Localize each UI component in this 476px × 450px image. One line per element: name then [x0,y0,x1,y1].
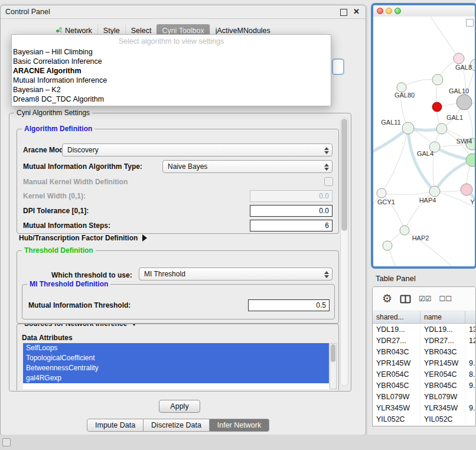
table-cell[interactable] [465,413,475,425]
table-cell[interactable]: YBR045C [373,380,420,391]
table-cell[interactable]: YDL19... [373,324,420,335]
deselect-all-checks-icon[interactable]: ☐☐ [439,295,452,303]
network-icon [56,27,63,35]
column-header-shared[interactable]: shared... [373,311,420,323]
table-cell[interactable]: 9. [465,380,475,391]
attribute-item-topologicalcoefficient[interactable]: TopologicalCoefficient [23,353,329,363]
graph-node[interactable] [400,226,409,235]
table-row[interactable]: YLR345WYLR345W9. [373,402,475,413]
table-row[interactable]: YBR043CYBR043C [373,346,475,357]
minimize-traffic-light[interactable] [386,8,392,14]
table-row[interactable]: YDR27...YDR27...12 [373,335,475,346]
table-cell[interactable]: YBR043C [373,346,420,357]
table-cell[interactable] [465,346,475,357]
settings-scrollbar[interactable] [340,117,348,386]
graph-node[interactable] [432,74,443,85]
column-header-name[interactable]: name [420,311,465,323]
table-row[interactable]: YDL19...YDL19...13 [373,324,475,335]
table-cell[interactable]: YBR043C [420,346,465,357]
table-cell[interactable]: YDR27... [373,335,420,346]
scrollbar-thumb[interactable] [341,119,347,231]
attribute-item-gal4rgexp[interactable]: gal4RGexp [23,373,329,383]
table-cell[interactable]: 8. [465,369,475,380]
control-panel-window: Control Panel ✕ NetworkStyleSelectCyni T… [0,5,366,436]
table-cell[interactable]: YBL079W [373,391,420,402]
table-row[interactable]: YBR045CYBR045C9. [373,380,475,391]
table-cell[interactable]: YER054C [420,369,465,380]
table-cell[interactable]: YBL079W [420,391,465,402]
network-canvas[interactable]: GAL8GAL80GAL10GAL11GAL1SWI4GAL4GCY1HAP4Y… [373,17,475,269]
attribute-item-selfloops[interactable]: SelfLoops [23,343,329,353]
table-row[interactable]: YBL079WYBL079W [373,391,475,402]
bottom-tab-impute-data[interactable]: Impute Data [87,419,144,432]
scrollbar-thumb[interactable] [331,344,335,362]
table-cell[interactable]: 12 [465,335,475,346]
graph-node[interactable] [377,188,386,198]
table-cell[interactable]: YDR27... [420,335,465,346]
select-all-checks-icon[interactable]: ☑☑ [419,295,432,303]
graph-node[interactable] [397,83,406,92]
table-row[interactable]: YER054CYER054C8. [373,369,475,380]
aracne-mode-combo[interactable]: Discovery [62,144,332,156]
table-cell[interactable]: YLR345W [373,402,420,413]
algorithm-option-mutual-information-inference[interactable]: Mutual Information Inference [12,76,331,85]
bottom-tab-bar: Impute DataDiscretize DataInfer Network [87,419,269,432]
table-cell[interactable]: 9. [465,357,475,369]
bottom-tab-discretize-data[interactable]: Discretize Data [144,419,210,432]
table-row[interactable]: YIL052CYIL052C [373,413,475,425]
graph-edge [382,191,435,195]
gear-icon[interactable]: ⚙ [382,293,392,305]
graph-node[interactable] [454,53,464,64]
graph-node[interactable] [402,122,414,134]
birdseye-toggle-icon[interactable] [466,19,474,27]
algorithm-option-aracne-algorithm[interactable]: ARACNE Algorithm [12,66,331,76]
graph-node[interactable] [436,123,447,134]
panel-grip-icon [2,438,11,446]
graph-node[interactable] [432,102,442,112]
float-window-icon[interactable] [340,9,347,16]
bottom-tab-infer-network[interactable]: Infer Network [210,419,269,432]
hub-definition-section[interactable]: Hub/Transcription Factor Definition [19,234,147,242]
kernel-width-field[interactable] [250,190,332,202]
table-row[interactable]: YPR145WYPR145W9. [373,357,475,369]
attributes-scrollbar[interactable] [330,343,337,389]
table-cell[interactable]: YPR145W [420,357,465,369]
table-columns-icon[interactable] [400,295,411,304]
zoom-traffic-light[interactable] [395,8,401,14]
apply-button[interactable]: Apply [159,400,200,413]
close-icon[interactable]: ✕ [353,7,360,17]
table-cell[interactable]: 13 [465,324,475,335]
algorithm-option-basic-correlation-inference[interactable]: Basic Correlation Inference [12,57,331,66]
algorithm-option-bayesian-hill-climbing[interactable]: Bayesian – Hill Climbing [12,47,331,57]
table-cell[interactable]: YBR045C [420,380,465,391]
table-cell[interactable]: YIL052C [373,413,420,425]
graph-node[interactable] [457,94,472,110]
graph-node[interactable] [466,154,475,167]
network-canvas-container[interactable]: GAL8GAL80GAL10GAL11GAL1SWI4GAL4GCY1HAP4Y… [373,17,475,266]
manual-kernel-width-checkbox[interactable] [324,177,333,186]
which-threshold-combo[interactable]: MI Threshold [139,268,332,281]
close-traffic-light[interactable] [377,8,383,14]
sources-title[interactable]: Sources for Network Inference [22,324,140,328]
table-cell[interactable]: 9. [465,402,475,413]
algorithm-option-dream8-dc-tdc-algorithm[interactable]: Dream8 DC_TDC Algorithm [12,94,331,104]
table-cell[interactable]: YPR145W [373,357,420,369]
mi-threshold-field[interactable] [248,299,330,311]
table-cell[interactable]: YLR345W [420,402,465,413]
table-cell[interactable]: YER054C [373,369,420,380]
table-toolbar: ⚙ ☑☑ ☐☐ [373,287,475,311]
attribute-item-betweennesscentrality[interactable]: BetweennessCentrality [23,363,329,373]
algorithm-option-bayesian-k2[interactable]: Bayesian – K2 [12,85,331,94]
table-cell[interactable]: YIL052C [420,413,465,425]
mi-steps-field[interactable] [250,220,332,231]
kernel-width-label: Kernel Width (0,1): [23,192,86,200]
table-cell[interactable] [465,391,475,402]
table-cell[interactable]: YDL19... [420,324,465,335]
graph-node[interactable] [383,241,392,250]
column-header-hidden[interactable] [465,311,475,323]
tab-label: Cyni Toolbox [162,27,204,35]
dpi-tolerance-field[interactable] [250,205,332,217]
graph-node[interactable] [461,184,472,195]
mi-algorithm-type-combo[interactable]: Naive Bayes [162,160,332,173]
graph-node[interactable] [429,186,440,197]
